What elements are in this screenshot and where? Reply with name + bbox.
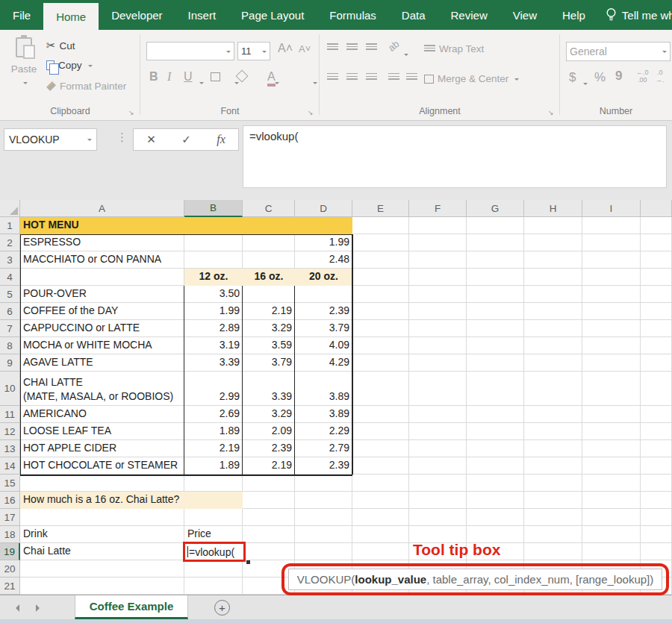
- cell-B17[interactable]: [184, 509, 243, 526]
- ribbon-tab-formulas[interactable]: Formulas: [317, 0, 389, 30]
- font-color-button[interactable]: A: [267, 70, 276, 87]
- fill-handle[interactable]: [246, 560, 250, 564]
- cell-J19[interactable]: [641, 543, 672, 560]
- row-header-4[interactable]: 4: [0, 269, 20, 286]
- cell-F14[interactable]: [409, 457, 467, 475]
- cell-E12[interactable]: [352, 423, 409, 440]
- cell-D15[interactable]: [295, 475, 352, 492]
- copy-button[interactable]: Copy: [46, 60, 93, 71]
- italic-button[interactable]: I: [167, 70, 171, 84]
- shrink-font-button[interactable]: A˅: [299, 43, 311, 54]
- cell-G11[interactable]: [467, 406, 524, 423]
- increase-indent-icon[interactable]: [406, 73, 417, 81]
- alignment-dialog-launcher-icon[interactable]: ↘: [548, 109, 554, 116]
- sheet-tab-coffee-example[interactable]: Coffee Example: [75, 595, 188, 619]
- cell-A21[interactable]: [20, 577, 184, 595]
- cell-H16[interactable]: [524, 492, 582, 509]
- font-name-combo[interactable]: [146, 42, 234, 60]
- cell-G8[interactable]: [467, 337, 524, 354]
- ribbon-tab-help[interactable]: Help: [550, 0, 598, 30]
- cell-H8[interactable]: [524, 337, 582, 354]
- cell-H10[interactable]: [524, 372, 582, 406]
- orientation-icon[interactable]: ab: [386, 38, 402, 54]
- cell-I10[interactable]: [582, 372, 641, 406]
- font-color-dropdown-icon[interactable]: [313, 82, 317, 87]
- currency-dropdown-icon[interactable]: [583, 83, 588, 87]
- cell-E4[interactable]: [352, 269, 409, 286]
- ribbon-tab-home[interactable]: Home: [43, 3, 99, 30]
- cell-G12[interactable]: [467, 423, 524, 440]
- cell-G15[interactable]: [467, 475, 524, 492]
- cell-E19[interactable]: [352, 543, 409, 560]
- cell-D16[interactable]: [295, 492, 352, 509]
- grow-font-button[interactable]: A˄: [278, 42, 293, 55]
- column-header-E[interactable]: E: [352, 200, 409, 217]
- cell-D18[interactable]: [295, 526, 352, 543]
- cell-H7[interactable]: [524, 320, 582, 337]
- font-dialog-launcher-icon[interactable]: ↘: [308, 109, 314, 116]
- column-header-A[interactable]: A: [20, 200, 184, 217]
- cell-H2[interactable]: [524, 234, 582, 251]
- cell-I11[interactable]: [582, 406, 641, 423]
- cell-C19[interactable]: [243, 543, 295, 560]
- cell-I3[interactable]: [582, 251, 641, 269]
- sheet-nav-left-icon[interactable]: [12, 604, 19, 612]
- cell-I12[interactable]: [582, 423, 641, 440]
- confirm-entry-button[interactable]: ✓: [181, 133, 191, 146]
- column-header-partial[interactable]: [641, 200, 672, 217]
- cell-I7[interactable]: [582, 320, 641, 337]
- row-header-20[interactable]: 20: [0, 560, 20, 577]
- cell-H15[interactable]: [524, 475, 582, 492]
- cell-F16[interactable]: [409, 492, 467, 509]
- cell-G14[interactable]: [467, 457, 524, 475]
- ribbon-tab-insert[interactable]: Insert: [175, 0, 229, 30]
- cell-F2[interactable]: [409, 234, 467, 251]
- row-header-13[interactable]: 13: [0, 440, 20, 457]
- format-painter-button[interactable]: Format Painter: [46, 81, 126, 92]
- column-header-C[interactable]: C: [243, 200, 295, 217]
- cell-E15[interactable]: [352, 475, 409, 492]
- clipboard-dialog-launcher-icon[interactable]: ↘: [128, 109, 134, 116]
- font-size-combo[interactable]: 11: [237, 42, 270, 60]
- cell-J2[interactable]: [641, 234, 672, 251]
- cell-E14[interactable]: [352, 457, 409, 475]
- cell-E3[interactable]: [352, 251, 409, 269]
- cell-H6[interactable]: [524, 303, 582, 320]
- cell-H3[interactable]: [524, 251, 582, 269]
- column-header-B[interactable]: B: [184, 200, 243, 217]
- column-header-H[interactable]: H: [524, 200, 582, 217]
- column-header-I[interactable]: I: [582, 200, 641, 217]
- cell-E10[interactable]: [352, 372, 409, 406]
- cell-J4[interactable]: [641, 269, 672, 286]
- align-top-icon[interactable]: [327, 43, 338, 51]
- cell-A17[interactable]: [20, 509, 184, 526]
- cell-I13[interactable]: [582, 440, 641, 457]
- cell-J3[interactable]: [641, 251, 672, 269]
- cell-E13[interactable]: [352, 440, 409, 457]
- wrap-text-button[interactable]: Wrap Text: [424, 43, 484, 54]
- cell-H13[interactable]: [524, 440, 582, 457]
- cell-G1[interactable]: [467, 217, 524, 234]
- cell-G2[interactable]: [467, 234, 524, 251]
- cell-H17[interactable]: [524, 509, 582, 526]
- cell-H18[interactable]: [524, 526, 582, 543]
- bold-button[interactable]: B: [149, 70, 158, 84]
- cell-F9[interactable]: [409, 354, 467, 372]
- cell-E17[interactable]: [352, 509, 409, 526]
- cell-J1[interactable]: [641, 217, 672, 234]
- cell-G13[interactable]: [467, 440, 524, 457]
- cell-B21[interactable]: [184, 577, 243, 595]
- underline-button[interactable]: U: [184, 70, 193, 84]
- comma-button[interactable]: 9: [615, 69, 622, 84]
- cell-C17[interactable]: [243, 509, 295, 526]
- decrease-indent-icon[interactable]: [388, 73, 399, 81]
- cell-G10[interactable]: [467, 372, 524, 406]
- cell-E9[interactable]: [352, 354, 409, 372]
- align-left-icon[interactable]: [327, 73, 338, 81]
- row-header-6[interactable]: 6: [0, 303, 20, 320]
- cell-F4[interactable]: [409, 269, 467, 286]
- cell-G9[interactable]: [467, 354, 524, 372]
- cell-E2[interactable]: [352, 234, 409, 251]
- row-header-15[interactable]: 15: [0, 475, 20, 492]
- cell-C5[interactable]: [243, 286, 295, 303]
